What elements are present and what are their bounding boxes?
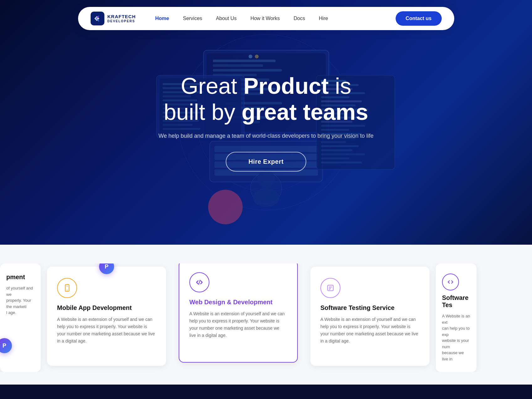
svg-rect-8	[213, 69, 282, 72]
svg-point-26	[255, 55, 259, 58]
partial-card-right: Software Tes A Website is an extcan help…	[436, 263, 477, 372]
testing-icon-wrap	[320, 278, 340, 298]
hero-title-part1: Great Product is	[181, 73, 351, 98]
web-design-card: Web Design & Development A Website is an…	[179, 263, 298, 363]
web-design-icon-wrap	[189, 272, 209, 292]
partial-card-left: P pment of yourself and weproperly. Your…	[0, 263, 41, 372]
svg-point-64	[257, 170, 275, 188]
partial-right-icon	[442, 274, 459, 290]
services-section: P pment of yourself and weproperly. Your…	[0, 245, 532, 385]
services-row: P pment of yourself and weproperly. Your…	[0, 263, 532, 372]
avatar-p-left: P	[0, 338, 12, 353]
nav-docs[interactable]: Docs	[287, 13, 312, 24]
mobile-card-text: A Website is an extension of yourself an…	[57, 316, 156, 345]
nav-home[interactable]: Home	[148, 13, 176, 24]
hero-subtitle: We help build and manage a team of world…	[158, 133, 373, 139]
code-icon-right	[447, 279, 454, 285]
svg-rect-73	[329, 288, 331, 289]
svg-point-65	[253, 188, 279, 207]
logo[interactable]: KRAFTECH DEVELOPERS	[91, 12, 136, 25]
svg-point-66	[208, 190, 243, 224]
hero-title-bold2: great teams	[241, 99, 368, 125]
mobile-icon	[63, 284, 71, 292]
partial-left-text: of yourself and weproperly. Yourthe mark…	[6, 285, 34, 316]
svg-rect-7	[213, 64, 263, 67]
nav-hire[interactable]: Hire	[312, 13, 335, 24]
svg-point-25	[249, 55, 252, 58]
software-testing-card: Software Testing Service A Website is an…	[310, 267, 429, 366]
nav-about[interactable]: About Us	[209, 13, 244, 24]
partial-right-title: Software Tes	[442, 294, 470, 309]
software-testing-card-text: A Website is an extension of yourself an…	[320, 316, 419, 345]
hero-title-part2: built by great teams	[164, 99, 368, 125]
avatar-p-center: P	[99, 263, 114, 274]
navbar: KRAFTECH DEVELOPERS Home Services About …	[78, 7, 454, 30]
code-icon	[195, 278, 203, 286]
hire-expert-button[interactable]: Hire Expert	[226, 152, 306, 172]
nav-links: Home Services About Us How it Works Docs…	[148, 13, 389, 24]
svg-rect-74	[329, 289, 330, 290]
partial-left-title: pment	[6, 274, 34, 281]
logo-text: KRAFTECH DEVELOPERS	[108, 14, 136, 23]
contact-us-button[interactable]: Contact us	[396, 11, 442, 26]
nav-services[interactable]: Services	[176, 13, 209, 24]
svg-point-68	[67, 290, 68, 291]
testing-icon	[326, 284, 334, 292]
logo-icon	[91, 12, 104, 25]
svg-rect-72	[329, 287, 332, 287]
software-testing-card-title: Software Testing Service	[320, 304, 419, 311]
svg-rect-6	[213, 60, 276, 62]
brand-name: KRAFTECH	[108, 14, 136, 19]
mobile-app-card: P Mobile App Development A Website is an…	[47, 267, 166, 366]
web-design-card-text: A Website is an extension of yourself an…	[189, 310, 287, 339]
hero-title: Great Product is built by great teams	[158, 73, 373, 125]
hero-content: Great Product is built by great teams We…	[146, 73, 386, 172]
svg-line-70	[199, 280, 200, 285]
mobile-icon-wrap	[57, 278, 77, 298]
mobile-card-title: Mobile App Development	[57, 304, 156, 311]
partial-right-text: A Website is an extcan help you to expwe…	[442, 313, 470, 362]
brand-sub: DEVELOPERS	[108, 19, 136, 23]
hero-title-bold1: Product	[244, 73, 329, 98]
web-design-card-title: Web Design & Development	[189, 299, 287, 306]
nav-how-it-works[interactable]: How it Works	[244, 13, 287, 24]
navbar-wrapper: KRAFTECH DEVELOPERS Home Services About …	[0, 0, 532, 37]
svg-rect-69	[66, 286, 68, 286]
